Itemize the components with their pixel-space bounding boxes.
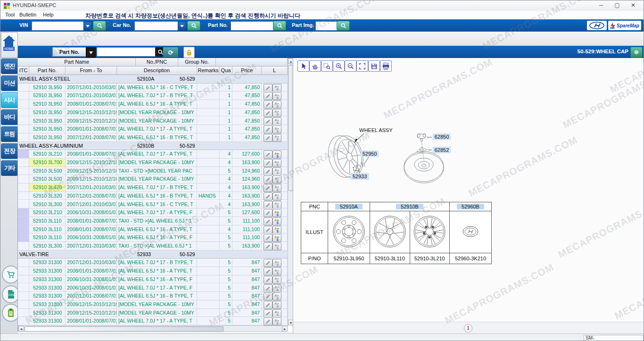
alt-part-button[interactable]: AS — [272, 267, 281, 275]
vin-dropdown-button[interactable] — [83, 21, 92, 31]
col-group-no[interactable]: Group No. — [178, 58, 216, 66]
alt-part-button[interactable]: AS — [272, 317, 281, 325]
ref-illust-0[interactable] — [328, 211, 370, 253]
part-row-0-3[interactable]: 52910 3L9502009/12/15-2010/12/10[MODEL Y… — [18, 108, 288, 117]
part-row-1-8[interactable]: 52910 3L1102008/01/01-2008/07/01TAXI - S… — [18, 217, 288, 225]
assistant-button[interactable]: ☸ — [630, 47, 643, 58]
alt-part-button[interactable]: AS — [272, 109, 281, 117]
sidebar-item-2[interactable]: 샤시 — [1, 92, 18, 108]
edit-part-button[interactable] — [264, 192, 272, 200]
edit-part-button[interactable] — [264, 292, 272, 300]
ref-pno-0[interactable]: 52910-3L950 — [328, 253, 370, 264]
alt-part-button[interactable]: AS — [272, 167, 281, 175]
part-row-1-3[interactable]: 52910 3L5002009/12/15-2010/12/10[MODEL Y… — [18, 175, 288, 183]
sidebar-item-6[interactable]: 기타 — [1, 160, 18, 176]
grid-col-header-itc[interactable]: ITC — [18, 67, 29, 75]
part-row-2-0[interactable]: 52933 313002007/12/01-2010/03/01[AL WHEE… — [18, 258, 288, 267]
hscroll-thumb[interactable] — [25, 326, 223, 332]
alt-part-button[interactable]: AS — [272, 301, 281, 309]
part-row-2-1[interactable]: 52933 313002008/01/01-2008/07/01[AL WHEE… — [18, 267, 288, 275]
alt-part-button[interactable]: AS — [272, 234, 281, 242]
edit-part-button[interactable] — [264, 217, 272, 225]
part-row-0-5[interactable]: 52910 3L9502008/01/01-2008/07/01[AL WHEE… — [18, 125, 288, 133]
callout-62852[interactable]: 62852 — [435, 147, 449, 153]
pan-tool-button[interactable] — [309, 60, 321, 72]
edit-part-button[interactable] — [264, 309, 272, 317]
part-row-0-6[interactable]: 52910 3L9502007/12/01-2008/07/01[AL WHEE… — [18, 133, 288, 142]
edit-part-button[interactable] — [264, 201, 272, 209]
edit-part-button[interactable] — [264, 100, 272, 108]
part-row-2-6[interactable]: 52933 313002009/12/15-2010/12/10[MODEL Y… — [18, 309, 288, 317]
grid-col-header-l[interactable]: L — [262, 67, 288, 75]
part-row-0-4[interactable]: 52910 3L9502009/12/15-2010/12/10[MODEL Y… — [18, 117, 288, 125]
ref-illust-1[interactable] — [370, 211, 410, 253]
group-row-1[interactable]: WHEEL ASSY-ALUMINIUM52910B50-529 — [18, 142, 288, 150]
part-row-0-0[interactable]: 52910 3L9502007/12/01-2010/03/01[AL WHEE… — [18, 83, 288, 92]
edit-part-button[interactable] — [264, 159, 272, 167]
alt-part-button[interactable]: AS — [272, 309, 281, 317]
edit-part-button[interactable] — [264, 84, 272, 92]
alt-part-button[interactable]: AS — [272, 217, 281, 225]
part-search-input[interactable] — [97, 47, 156, 57]
car-no-dropdown-button[interactable] — [178, 21, 186, 31]
ref-pnc-52910A[interactable]: 52910A — [328, 202, 370, 211]
part-no-search-button[interactable] — [273, 21, 286, 31]
alt-part-button[interactable]: AS — [272, 276, 281, 284]
alt-part-button[interactable]: AS — [272, 209, 281, 217]
menu-help[interactable]: Help — [41, 12, 56, 17]
alt-part-button[interactable]: AS — [272, 284, 281, 292]
scroll-right-icon[interactable]: ► — [282, 326, 288, 332]
grid-col-header-part-no-[interactable]: Part No. — [29, 67, 66, 75]
alt-part-button[interactable]: AS — [272, 150, 281, 158]
alt-part-button[interactable]: AS — [272, 125, 281, 133]
fit-screen-button[interactable] — [356, 60, 368, 72]
edit-part-button[interactable] — [264, 234, 272, 242]
grid-col-header-price[interactable]: Price — [232, 67, 262, 75]
edit-part-button[interactable] — [264, 109, 272, 117]
part-row-1-10[interactable]: 52910 3L1102006/10/31-2008/01/01[AL WHEE… — [18, 233, 288, 242]
grid-col-header-from-to[interactable]: From - To — [66, 67, 117, 75]
home-button[interactable]: HOME — [1, 32, 18, 58]
group-row-2[interactable]: VALVE-TIRE5293350-529 — [18, 250, 288, 259]
edit-part-button[interactable] — [264, 150, 272, 158]
menu-bulletin[interactable]: Bulletin — [17, 12, 38, 17]
grid-col-header-remarks[interactable]: Remarks — [197, 67, 220, 75]
edit-part-button[interactable] — [264, 184, 272, 192]
alt-part-button[interactable]: AS — [272, 184, 281, 192]
alt-part-button[interactable]: AS — [272, 259, 281, 267]
edit-part-button[interactable] — [264, 226, 272, 234]
parts-diagram[interactable]: WHEEL ASSY 52950 52933 — [293, 71, 644, 199]
edit-part-button[interactable] — [264, 259, 272, 267]
car-no-search-button[interactable] — [187, 21, 200, 31]
menu-tool[interactable]: Tool — [3, 12, 17, 17]
sidebar-item-5[interactable]: 전장 — [1, 143, 18, 159]
part-row-1-4[interactable]: 52910 3L4202007/12/01-2010/03/01[AL WHEE… — [18, 183, 288, 192]
edit-part-button[interactable] — [264, 284, 272, 292]
col-no-pnc[interactable]: No./PNC — [136, 58, 178, 66]
ref-pnc-52910B[interactable]: 52910B — [370, 202, 450, 211]
part-row-2-4[interactable]: 52933 313002007/12/01-2008/07/01[AL WHEE… — [18, 292, 288, 300]
part-row-1-7[interactable]: 52910 3L2102006/10/31-2008/01/01[AL WHEE… — [18, 208, 288, 217]
maximize-button[interactable]: ▢ — [611, 0, 624, 10]
part-row-2-3[interactable]: 52933 313002006/10/31-2008/01/01[AL WHEE… — [18, 284, 288, 292]
sparemap-logo-button[interactable]: SpareMap — [608, 21, 641, 30]
part-row-2-2[interactable]: 52933 313002006/10/31-2008/01/01[AL WHEE… — [18, 275, 288, 284]
part-row-1-0[interactable]: 52910 3L2102008/01/01-2008/07/01[AL WHEE… — [18, 150, 288, 158]
callout-52933[interactable]: 52933 — [353, 174, 367, 179]
edit-part-button[interactable] — [264, 276, 272, 284]
group-row-0[interactable]: WHEEL ASSY-STEEL52910A50-529 — [18, 75, 288, 83]
alt-part-button[interactable]: AS — [272, 92, 281, 100]
edit-part-button[interactable] — [264, 134, 272, 142]
hyundai-logo-button[interactable] — [587, 21, 607, 30]
search-type-combo[interactable]: Part No. — [52, 47, 86, 57]
select-tool-button[interactable] — [297, 60, 309, 72]
alt-part-button[interactable]: AS — [272, 134, 281, 142]
refresh-button[interactable]: ⟳ — [163, 47, 179, 58]
ref-illust-3[interactable] — [450, 211, 492, 253]
close-button[interactable]: ✕ — [627, 0, 640, 10]
edit-part-button[interactable] — [264, 117, 272, 125]
part-row-1-5[interactable]: 52910 3L3202007/12/01-2008/07/01[AL WHEE… — [18, 192, 288, 200]
alt-part-button[interactable]: AS — [272, 175, 281, 183]
edit-part-button[interactable] — [264, 267, 272, 275]
grid-col-header-description[interactable]: Description — [117, 67, 197, 75]
